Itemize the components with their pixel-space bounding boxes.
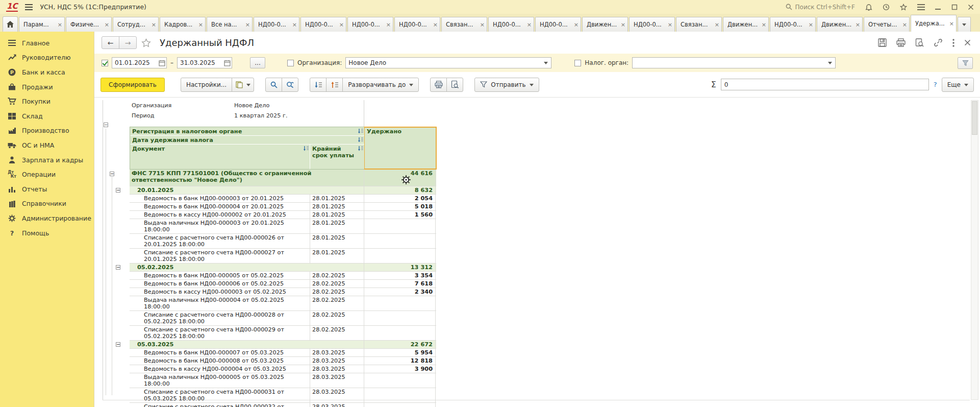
tab-close-icon[interactable]: × [152,21,156,28]
column-header-due[interactable]: Крайний срок уплаты [310,145,364,169]
document-row[interactable]: Ведомость в кассу НД00-000004 от 05.03.2… [130,365,436,373]
window-close-icon[interactable] [968,4,974,10]
date-group-row[interactable]: − 20.01.2025 8 632 [130,186,436,195]
document-row[interactable]: Ведомость в банк НД00-000006 от 05.02.20… [130,280,436,288]
sort-icon[interactable] [358,146,363,151]
sidebar-item-руководителю[interactable]: Руководителю [0,51,94,65]
sidebar-item-зарплата-и-кадры[interactable]: Зарплата и кадры [0,153,94,167]
tab-close-icon[interactable]: × [433,21,438,28]
document-row[interactable]: Списание с расчетного счета НД00-000032 … [130,403,436,407]
period-checkbox[interactable] [102,60,108,66]
document-row[interactable]: Списание с расчетного счета НД00-000029 … [130,326,436,341]
document-row[interactable]: Списание с расчетного счета НД00-000031 … [130,388,436,403]
save-icon[interactable] [878,38,887,47]
tab-close-icon[interactable]: × [480,21,485,28]
forward-button[interactable]: → [119,36,137,49]
date-from-field[interactable]: 01.01.2025 [112,57,167,68]
document-row[interactable]: Ведомость в банк НД00-000008 от 05.03.20… [130,357,436,365]
main-menu-icon[interactable] [25,4,33,10]
document-row[interactable]: Ведомость в банк НД00-000007 от 05.03.20… [130,349,436,357]
collapse-toggle[interactable]: − [110,172,114,176]
favorite-star-icon[interactable] [141,38,151,47]
sidebar-item-продажи[interactable]: Продажи [0,80,94,94]
tab[interactable]: Движен... × [817,17,863,32]
document-row[interactable]: Ведомость в кассу НД00-000003 от 05.02.2… [130,288,436,296]
tab-close-icon[interactable]: × [809,21,813,28]
tab[interactable]: НД00-0... × [254,17,299,32]
document-row[interactable]: Выдача наличных НД00-000003 от 20.01.202… [130,219,436,234]
tab-overflow-button[interactable] [958,17,971,32]
sidebar-item-банк-и-касса[interactable]: Р Банк и касса [0,65,94,80]
sidebar-item-администрирование[interactable]: Администрирование [0,211,94,226]
collapse-groups-button[interactable] [310,78,326,92]
autosum-field[interactable]: 0 [721,79,929,90]
calendar-icon[interactable] [224,60,231,66]
date-group-row[interactable]: − 05.02.2025 13 312 [130,264,436,272]
document-row[interactable]: Ведомость в банк НД00-000003 от 20.01.20… [130,195,436,203]
tab-close-icon[interactable]: × [105,21,109,28]
collapse-toggle[interactable]: − [116,188,120,193]
tab-close-icon[interactable]: × [668,21,672,28]
tab[interactable]: Движен... × [723,17,769,32]
tab[interactable]: Отчеты... × [864,17,910,32]
collapse-toggle[interactable]: − [104,123,108,127]
sidebar-item-ос-и-нма[interactable]: ОС и НМА [0,138,94,153]
tab[interactable]: Связан... × [676,17,722,32]
column-header-hold-date[interactable]: Дата удержания налога [130,136,364,145]
sidebar-item-операции[interactable]: Дт Кт Операции [0,167,94,182]
sidebar-item-помощь[interactable]: ? Помощь [0,226,94,241]
tab[interactable]: Все на... × [207,17,253,32]
tab[interactable]: Парам... × [19,17,65,32]
tab[interactable]: Кадров... × [160,17,206,32]
collapse-toggle[interactable]: − [116,342,120,347]
tab[interactable]: НД00-0... × [535,17,581,32]
organization-checkbox[interactable] [287,60,294,66]
document-row[interactable]: Списание с расчетного счета НД00-000026 … [130,234,436,249]
organization-combo[interactable]: Новое Дело [345,57,551,68]
favorites-star-icon[interactable] [900,4,907,11]
tab-close-icon[interactable]: × [58,21,62,28]
tab[interactable]: НД00-0... × [394,17,440,32]
service-menu-icon[interactable] [917,4,925,10]
tax-authority-combo[interactable] [632,57,836,68]
document-row[interactable]: Ведомость в банк НД00-000005 от 05.02.20… [130,272,436,280]
calendar-icon[interactable] [159,60,165,66]
sort-icon[interactable] [358,137,363,142]
print-button[interactable] [430,78,447,92]
sidebar-item-производство[interactable]: Производство [0,124,94,138]
tab[interactable]: Физиче... × [66,17,112,32]
tax-authority-checkbox[interactable] [574,60,581,66]
sidebar-item-главное[interactable]: Главное [0,36,94,51]
sidebar-item-склад[interactable]: Склад [0,109,94,124]
tab[interactable]: Движен... × [582,17,628,32]
period-variants-button[interactable]: ... [250,57,265,68]
tab-close-icon[interactable]: × [198,21,203,28]
vertical-scrollbar[interactable] [971,100,978,400]
sidebar-item-покупки[interactable]: Покупки [0,94,94,109]
generate-button[interactable]: Сформировать [100,78,165,92]
settings-button[interactable]: Настройки... [181,78,232,92]
tab-close-icon[interactable]: × [762,21,766,28]
tab[interactable]: НД00-0... × [347,17,393,32]
tab[interactable]: Сотруд... × [113,17,159,32]
tab[interactable]: Удержа... × [911,15,957,32]
sidebar-item-справочники[interactable]: Справочники [0,197,94,211]
sidebar-item-отчеты[interactable]: Отчеты [0,182,94,197]
column-header-document[interactable]: Документ [130,145,310,169]
tab-close-icon[interactable]: × [621,21,625,28]
back-button[interactable]: ← [102,36,119,49]
more-button[interactable]: Еще [942,78,974,92]
date-group-row[interactable]: − 05.03.2025 22 672 [130,341,436,349]
tab[interactable]: НД00-0... × [629,17,675,32]
column-header-registration[interactable]: Регистрация в налоговом органе [130,127,364,136]
tab-close-icon[interactable]: × [339,21,344,28]
preview-button[interactable] [446,78,463,92]
send-button[interactable]: Отправить [474,78,539,92]
filter-settings-button[interactable] [958,57,973,69]
notifications-bell-icon[interactable] [865,4,872,11]
chevron-down-icon[interactable] [542,58,550,68]
date-to-field[interactable]: 31.03.2025 [177,57,232,68]
column-header-withheld selected-cell-highlight[interactable]: Удержано [364,127,436,169]
document-row[interactable]: Списание с расчетного счета НД00-000028 … [130,311,436,326]
window-maximize-icon[interactable] [951,4,958,10]
